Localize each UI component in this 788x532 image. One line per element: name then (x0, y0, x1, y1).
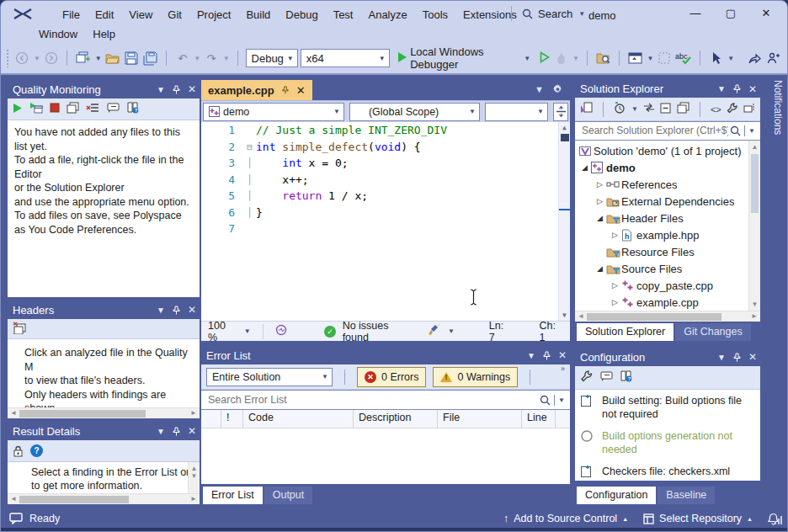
find-in-files-icon[interactable] (595, 49, 611, 67)
help-book-icon[interactable]: ? (620, 370, 633, 385)
tree-item-demo[interactable]: ◢demo (575, 159, 760, 176)
chevron-down-icon[interactable]: ▼ (647, 55, 654, 62)
help-book-icon[interactable]: ? (126, 102, 140, 116)
code-line[interactable]: 5│ return 1 / x; (201, 188, 570, 205)
error-scope-dropdown[interactable]: Entire Solution▼ (206, 368, 333, 386)
menu-item-help[interactable]: Help (85, 26, 123, 42)
scroll-left-icon[interactable]: ◄ (10, 495, 17, 503)
gear-icon[interactable] (552, 84, 563, 97)
chevron-down-icon[interactable]: ▼ (194, 55, 200, 62)
scroll-right-icon[interactable]: ► (190, 409, 197, 417)
code-line[interactable]: 6│} (201, 205, 570, 221)
send-feedback-icon[interactable] (766, 49, 782, 67)
configuration-item[interactable]: Build options generation not needed (575, 425, 760, 460)
close-icon[interactable]: ✕ (188, 304, 196, 316)
pin-icon[interactable] (732, 353, 742, 362)
tree-item-solution-demo-1-of-1-project-[interactable]: Solution 'demo' (1 of 1 project) (575, 142, 760, 159)
stop-analysis-icon[interactable] (50, 103, 60, 115)
configuration-titlebar[interactable]: Configuration ▼ ✕ (575, 348, 760, 366)
expander-collapsed-icon[interactable]: ▷ (594, 180, 606, 189)
chevron-down-icon[interactable]: ▼ (448, 327, 455, 335)
tab-baseline[interactable]: Baseline (658, 487, 715, 504)
column-header-line[interactable]: Line (522, 410, 556, 428)
chevron-down-icon[interactable]: ▼ (34, 55, 40, 62)
code-line[interactable]: 7 (201, 221, 570, 237)
tab-configuration[interactable]: Configuration (577, 487, 656, 504)
close-icon[interactable]: ✕ (558, 349, 567, 361)
configuration-item[interactable]: Build setting: Build options file not re… (575, 390, 760, 425)
expander-expanded-icon[interactable]: ◢ (578, 163, 591, 172)
window-position-icon[interactable]: ▼ (717, 353, 726, 362)
start-without-debugging-icon[interactable] (540, 51, 550, 66)
close-icon[interactable]: ✕ (748, 351, 757, 363)
solution-explorer-search-input[interactable] (580, 124, 730, 137)
scroll-up-icon[interactable]: ▲ (559, 122, 570, 131)
expander-collapsed-icon[interactable]: ▷ (609, 298, 621, 306)
wrench-icon[interactable] (727, 102, 738, 116)
error-list-search-input[interactable] (206, 393, 540, 407)
tree-item-copy-paste-cpp[interactable]: ▷copy_paste.cpp (575, 277, 760, 294)
run-analysis-icon[interactable] (13, 103, 23, 116)
window-position-icon[interactable]: ▼ (717, 84, 726, 93)
expander-expanded-icon[interactable]: ◢ (594, 264, 606, 273)
pin-icon[interactable] (172, 85, 181, 94)
pin-icon[interactable] (172, 427, 181, 436)
hot-reload-icon[interactable] (552, 49, 568, 67)
resize-grip[interactable] (775, 516, 782, 524)
editor-vertical-scrollbar[interactable]: ▲ ▼ (558, 122, 570, 321)
code-editor[interactable]: 1// Just a simple INT_ZERO_DIV2⊟int simp… (201, 122, 570, 321)
tree-item-example-cpp[interactable]: ▷example.cpp (575, 294, 760, 311)
help-icon[interactable]: ? (30, 444, 43, 457)
solution-explorer-search[interactable]: ▼ (575, 121, 760, 141)
window-position-icon[interactable]: ▼ (535, 84, 544, 97)
notifications-side-tab[interactable]: Notifications (765, 80, 782, 174)
expander-collapsed-icon[interactable]: ▷ (609, 281, 621, 290)
result-details-vertical-scrollbar[interactable]: ▲▼ (188, 462, 200, 493)
health-indicator-icon[interactable] (275, 324, 287, 338)
toolbar-overflow-icon[interactable]: » (561, 364, 565, 373)
show-all-files-icon[interactable]: <> (711, 104, 721, 114)
solution-tree[interactable]: ▲ ▼ Solution 'demo' (1 of 1 project)◢dem… (575, 141, 760, 311)
quality-monitoring-titlebar[interactable]: Quality Monitoring ▼ ✕ (8, 80, 200, 98)
preview-selected-icon[interactable] (743, 103, 755, 115)
member-dropdown[interactable]: ▼ (485, 103, 548, 121)
menu-item-analyze[interactable]: Analyze (360, 7, 414, 23)
settings-comment-icon[interactable] (599, 371, 613, 385)
solution-platform-dropdown[interactable]: x64▼ (301, 49, 390, 67)
chevron-down-icon[interactable]: ▼ (524, 55, 530, 62)
feedback-bubble-icon[interactable] (9, 513, 23, 524)
pin-icon[interactable] (172, 306, 181, 315)
column-header-severity-icon[interactable]: ǃ (221, 410, 243, 428)
document-tab-example-cpp[interactable]: example.cpp ✕ (201, 80, 312, 100)
pin-icon[interactable] (281, 86, 290, 94)
code-line[interactable]: 2⊟int simple_defect(void) { (201, 139, 570, 156)
tab-error-list[interactable]: Error List (203, 487, 263, 504)
solution-configuration-dropdown[interactable]: Debug▼ (246, 49, 298, 67)
lock-icon[interactable] (13, 445, 24, 457)
navigate-forward-icon[interactable] (43, 49, 59, 67)
redo-icon[interactable]: ↷ (203, 49, 219, 67)
expander-collapsed-icon[interactable]: ▷ (609, 231, 621, 239)
code-line[interactable]: 4│ x++; (201, 172, 570, 189)
chevron-down-icon[interactable]: ▼ (631, 105, 638, 113)
tree-vertical-scrollbar[interactable]: ▲ ▼ (748, 141, 760, 311)
tab-solution-explorer[interactable]: Solution Explorer (577, 323, 674, 341)
close-icon[interactable]: ✕ (188, 83, 196, 95)
pending-changes-filter-icon[interactable] (614, 102, 626, 116)
column-header-blank[interactable] (201, 410, 221, 428)
tree-item-resource-files[interactable]: Resource Files (575, 243, 760, 260)
search-options-icon[interactable]: ▼ (744, 125, 759, 136)
start-debug-label[interactable]: Local Windows Debugger (410, 45, 520, 71)
zoom-level-dropdown[interactable]: 100 % (208, 320, 237, 343)
tab-output[interactable]: Output (264, 487, 313, 504)
solution-explorer-titlebar[interactable]: Solution Explorer ▼ ✕ (575, 80, 760, 98)
preferences-icon[interactable] (106, 103, 120, 116)
switch-views-icon[interactable] (580, 102, 593, 116)
error-list-body[interactable] (201, 428, 570, 484)
clear-headers-icon[interactable] (13, 322, 26, 337)
close-icon[interactable]: ✕ (748, 83, 757, 95)
new-project-icon[interactable] (75, 49, 91, 67)
issues-status[interactable]: No issues found (343, 320, 414, 343)
chevron-down-icon[interactable]: ▼ (223, 55, 230, 62)
tree-item-example-hpp[interactable]: ▷hexample.hpp (575, 226, 760, 243)
